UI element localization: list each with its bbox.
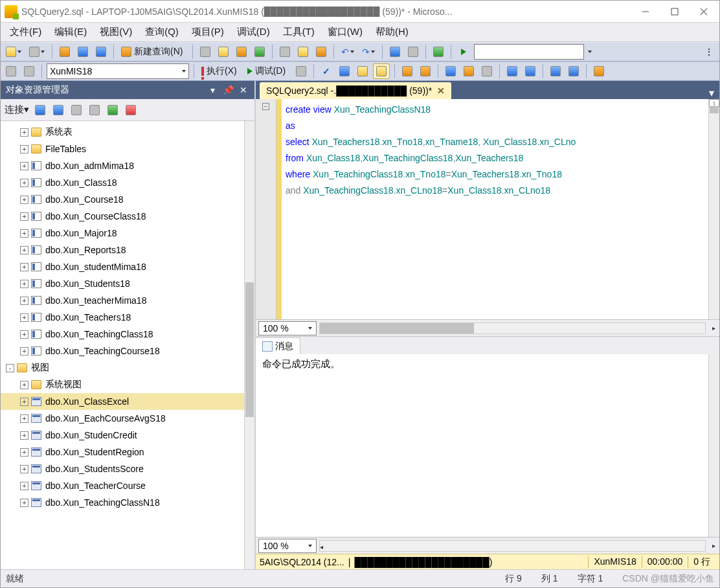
tree-row[interactable]: +dbo.Xun_StudenCredit — [1, 427, 244, 444]
engine-query-icon[interactable] — [197, 44, 213, 60]
object-explorer-header[interactable]: 对象资源管理器 ▾ 📌 ✕ — [1, 81, 254, 99]
open-project-dropdown[interactable] — [27, 44, 47, 60]
new-query-button[interactable]: 新建查询(N) — [118, 44, 188, 60]
decrease-indent-icon[interactable] — [548, 63, 563, 79]
expander-icon[interactable]: + — [20, 263, 28, 271]
tree-row[interactable]: +dbo.Xun_studentMima18 — [1, 258, 244, 275]
tab-actions-icon[interactable]: ▾ — [704, 87, 719, 99]
specify-values-icon[interactable] — [591, 63, 607, 79]
tree-row[interactable]: +dbo.Xun_Course18 — [1, 191, 244, 208]
menu-project[interactable]: 项目(P) — [185, 23, 231, 41]
expander-icon[interactable]: - — [6, 364, 14, 372]
tree-row[interactable]: +系统视图 — [1, 376, 244, 393]
editor-hscrollbar[interactable]: ◂ — [319, 322, 706, 334]
tree-row[interactable]: +dbo.Xun_CourseClass18 — [1, 208, 244, 225]
expander-icon[interactable]: + — [20, 196, 28, 204]
expander-icon[interactable]: + — [20, 431, 28, 440]
editor-zoom-select[interactable]: 100 % — [258, 321, 317, 335]
save-button[interactable] — [75, 44, 91, 60]
connect-server-icon[interactable] — [33, 103, 47, 117]
display-plan-icon[interactable] — [337, 63, 352, 79]
paste-button[interactable] — [313, 44, 329, 60]
expander-icon[interactable]: + — [20, 128, 28, 137]
panel-close-icon[interactable]: ✕ — [238, 84, 249, 96]
tree-row[interactable]: +dbo.Xun_Teachers18 — [1, 309, 244, 326]
collapse-region-icon[interactable]: − — [262, 103, 269, 110]
sql-text[interactable]: create view Xun_TeachingClassN18asselect… — [282, 99, 719, 319]
menu-debug[interactable]: 调试(D) — [231, 23, 276, 41]
panel-pin-icon[interactable]: 📌 — [222, 84, 234, 96]
open-file-button[interactable] — [57, 44, 73, 60]
tree-row[interactable]: +FileTables — [1, 141, 244, 157]
panel-dropdown-icon[interactable]: ▾ — [207, 84, 218, 96]
increase-indent-icon[interactable] — [566, 63, 581, 79]
expander-icon[interactable]: + — [20, 398, 28, 406]
expander-icon[interactable]: + — [20, 246, 28, 254]
expander-icon[interactable]: + — [20, 465, 28, 473]
tree-row[interactable]: +dbo.Xun_TeacherCourse — [1, 477, 244, 494]
tree-row[interactable]: +系统表 — [1, 124, 244, 141]
navigate-fwd-button[interactable] — [405, 44, 421, 60]
quick-launch-combo[interactable] — [474, 44, 584, 60]
tree-row[interactable]: -视图 — [1, 359, 244, 376]
comment-icon[interactable] — [504, 63, 520, 79]
intellisense-icon[interactable] — [373, 63, 390, 79]
expander-icon[interactable]: + — [20, 145, 28, 153]
tree-row[interactable]: +dbo.Xun_Reports18 — [1, 242, 244, 258]
expander-icon[interactable]: + — [20, 448, 28, 457]
expander-icon[interactable]: + — [20, 162, 28, 170]
tree-row[interactable]: +dbo.Xun_TeachingCourse18 — [1, 343, 244, 359]
tree-row[interactable]: +dbo.Xun_StudentsScore — [1, 460, 244, 477]
connect-dropdown[interactable]: 连接▾ — [5, 104, 29, 116]
parse-button[interactable]: ✓ — [319, 63, 334, 79]
menu-query[interactable]: 查询(Q) — [139, 23, 185, 41]
query-options-icon[interactable] — [355, 63, 370, 79]
expander-icon[interactable]: + — [20, 212, 28, 221]
stop-oe-icon[interactable] — [69, 103, 84, 117]
uncomment-icon[interactable] — [523, 63, 538, 79]
refresh-icon[interactable] — [106, 103, 120, 117]
tab-close-icon[interactable]: ✕ — [437, 85, 445, 96]
menu-edit[interactable]: 编辑(E) — [48, 23, 93, 41]
tree-row[interactable]: +dbo.Xun_Major18 — [1, 225, 244, 242]
mdx-query-icon[interactable] — [234, 44, 249, 60]
expander-icon[interactable]: + — [20, 179, 28, 187]
menu-tools[interactable]: 工具(T) — [276, 23, 321, 41]
database-select[interactable]: XunMIS18 — [47, 63, 189, 79]
expander-icon[interactable]: + — [20, 330, 28, 339]
editor-tab-active[interactable]: SQLQuery2.sql -.███████████ (59))* ✕ — [260, 82, 451, 99]
results-file-icon[interactable] — [479, 63, 495, 79]
titlebar[interactable]: SQLQuery2.sql - LAPTOP-1J0M5AIG\SQL2014.… — [1, 1, 719, 23]
filter-icon[interactable] — [87, 103, 102, 117]
expander-icon[interactable]: + — [20, 482, 28, 490]
disconnect-icon[interactable] — [21, 63, 37, 79]
expander-icon[interactable]: + — [20, 381, 28, 389]
tree-row[interactable]: +dbo.Xun_Students18 — [1, 275, 244, 292]
tree-row[interactable]: +dbo.Xun_admMima18 — [1, 157, 244, 174]
tree-row[interactable]: +dbo.Xun_TeachingClass18 — [1, 326, 244, 343]
results-text-icon[interactable] — [461, 63, 477, 79]
tree-row[interactable]: +dbo.Xun_Class18 — [1, 174, 244, 191]
expander-icon[interactable]: + — [20, 297, 28, 305]
menu-view[interactable]: 视图(V) — [93, 23, 139, 41]
tree-row[interactable]: +dbo.Xun_EachCourseAvgS18 — [1, 410, 244, 427]
menu-window[interactable]: 窗口(W) — [321, 23, 369, 41]
debug-button[interactable]: 调试(D) — [245, 63, 291, 79]
menu-file[interactable]: 文件(F) — [3, 23, 48, 41]
results-grid-icon[interactable] — [443, 63, 458, 79]
disconnect-server-icon[interactable] — [51, 103, 65, 117]
cut-button[interactable] — [277, 44, 293, 60]
expander-icon[interactable]: + — [20, 499, 28, 507]
split-editor-icon[interactable]: ↕ — [709, 99, 719, 107]
object-tree[interactable]: +系统表+FileTables+dbo.Xun_admMima18+dbo.Xu… — [1, 121, 254, 569]
tree-row[interactable]: +dbo.Xun_teacherMima18 — [1, 292, 244, 309]
tree-row[interactable]: +dbo.Xun_TeachingClassN18 — [1, 494, 244, 511]
close-button[interactable] — [689, 2, 718, 21]
tree-row[interactable]: +dbo.Xun_StudentRegion — [1, 444, 244, 460]
tree-row[interactable]: +dbo.Xun_ClassExcel — [1, 393, 244, 410]
messages-tab[interactable]: 消息 — [256, 337, 300, 354]
tree-scrollbar[interactable] — [244, 121, 254, 569]
maximize-button[interactable] — [660, 2, 689, 21]
messages-hscrollbar[interactable]: ◂ — [319, 540, 706, 552]
include-plan-icon[interactable] — [399, 63, 415, 79]
